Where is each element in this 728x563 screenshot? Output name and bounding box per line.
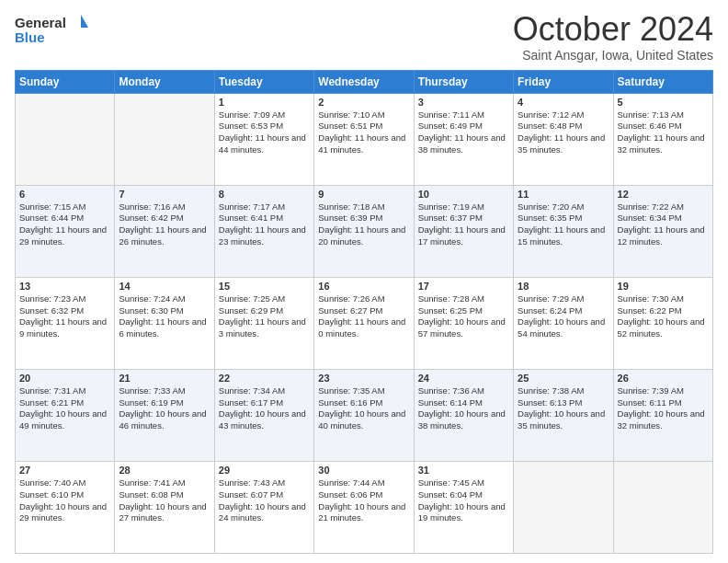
day-detail: Sunrise: 7:18 AMSunset: 6:39 PMDaylight:…	[318, 201, 405, 247]
calendar-day-cell: 3 Sunrise: 7:11 AMSunset: 6:49 PMDayligh…	[414, 93, 513, 185]
day-detail: Sunrise: 7:38 AMSunset: 6:13 PMDaylight:…	[518, 385, 605, 431]
day-detail: Sunrise: 7:41 AMSunset: 6:08 PMDaylight:…	[119, 477, 206, 523]
weekday-header: Thursday	[414, 70, 513, 93]
day-number: 14	[119, 281, 210, 292]
calendar-day-cell: 19 Sunrise: 7:30 AMSunset: 6:22 PMDaylig…	[613, 277, 712, 369]
calendar-day-cell: 28 Sunrise: 7:41 AMSunset: 6:08 PMDaylig…	[115, 461, 214, 553]
day-number: 20	[19, 373, 110, 384]
weekday-header: Saturday	[613, 70, 712, 93]
calendar-day-cell	[115, 93, 214, 185]
header: General Blue October 2024 Saint Ansgar, …	[15, 11, 713, 63]
calendar-day-cell: 8 Sunrise: 7:17 AMSunset: 6:41 PMDayligh…	[214, 185, 313, 277]
day-detail: Sunrise: 7:26 AMSunset: 6:27 PMDaylight:…	[318, 293, 405, 339]
calendar-day-cell: 10 Sunrise: 7:19 AMSunset: 6:37 PMDaylig…	[414, 185, 513, 277]
day-number: 5	[618, 97, 709, 108]
weekday-header: Wednesday	[314, 70, 414, 93]
title-block: October 2024 Saint Ansgar, Iowa, United …	[513, 11, 713, 63]
day-number: 21	[119, 373, 210, 384]
calendar-day-cell: 5 Sunrise: 7:13 AMSunset: 6:46 PMDayligh…	[613, 93, 712, 185]
calendar-week-row: 27 Sunrise: 7:40 AMSunset: 6:10 PMDaylig…	[16, 461, 713, 553]
day-detail: Sunrise: 7:15 AMSunset: 6:44 PMDaylight:…	[19, 201, 107, 247]
day-number: 11	[518, 189, 609, 200]
calendar-day-cell: 20 Sunrise: 7:31 AMSunset: 6:21 PMDaylig…	[16, 369, 115, 461]
calendar-day-cell: 11 Sunrise: 7:20 AMSunset: 6:35 PMDaylig…	[514, 185, 613, 277]
day-number: 26	[618, 373, 709, 384]
page: General Blue October 2024 Saint Ansgar, …	[0, 0, 728, 563]
logo: General Blue	[15, 11, 88, 52]
day-number: 13	[19, 281, 110, 292]
calendar-week-row: 13 Sunrise: 7:23 AMSunset: 6:32 PMDaylig…	[16, 277, 713, 369]
calendar-day-cell: 22 Sunrise: 7:34 AMSunset: 6:17 PMDaylig…	[214, 369, 313, 461]
day-number: 22	[219, 373, 310, 384]
calendar-day-cell: 15 Sunrise: 7:25 AMSunset: 6:29 PMDaylig…	[214, 277, 313, 369]
calendar-body: 1 Sunrise: 7:09 AMSunset: 6:53 PMDayligh…	[16, 93, 713, 553]
day-detail: Sunrise: 7:36 AMSunset: 6:14 PMDaylight:…	[418, 385, 506, 431]
day-number: 30	[318, 465, 409, 476]
day-number: 6	[19, 189, 110, 200]
day-number: 1	[219, 97, 310, 108]
day-detail: Sunrise: 7:10 AMSunset: 6:51 PMDaylight:…	[318, 109, 405, 155]
day-number: 18	[518, 281, 609, 292]
subtitle: Saint Ansgar, Iowa, United States	[513, 48, 713, 63]
day-detail: Sunrise: 7:28 AMSunset: 6:25 PMDaylight:…	[418, 293, 506, 339]
day-detail: Sunrise: 7:40 AMSunset: 6:10 PMDaylight:…	[19, 477, 107, 523]
calendar-day-cell: 27 Sunrise: 7:40 AMSunset: 6:10 PMDaylig…	[16, 461, 115, 553]
day-number: 31	[418, 465, 509, 476]
day-detail: Sunrise: 7:34 AMSunset: 6:17 PMDaylight:…	[219, 385, 306, 431]
calendar-day-cell: 2 Sunrise: 7:10 AMSunset: 6:51 PMDayligh…	[314, 93, 414, 185]
day-detail: Sunrise: 7:09 AMSunset: 6:53 PMDaylight:…	[219, 109, 306, 155]
day-detail: Sunrise: 7:19 AMSunset: 6:37 PMDaylight:…	[418, 201, 506, 247]
day-number: 24	[418, 373, 509, 384]
calendar-day-cell: 29 Sunrise: 7:43 AMSunset: 6:07 PMDaylig…	[214, 461, 313, 553]
weekday-header: Tuesday	[214, 70, 313, 93]
svg-text:General: General	[15, 15, 66, 30]
day-number: 12	[618, 189, 709, 200]
day-detail: Sunrise: 7:23 AMSunset: 6:32 PMDaylight:…	[19, 293, 107, 339]
day-number: 15	[219, 281, 310, 292]
calendar-day-cell: 24 Sunrise: 7:36 AMSunset: 6:14 PMDaylig…	[414, 369, 513, 461]
day-number: 8	[219, 189, 310, 200]
day-number: 25	[518, 373, 609, 384]
calendar-day-cell	[613, 461, 712, 553]
calendar-day-cell: 4 Sunrise: 7:12 AMSunset: 6:48 PMDayligh…	[514, 93, 613, 185]
day-number: 19	[618, 281, 709, 292]
day-detail: Sunrise: 7:29 AMSunset: 6:24 PMDaylight:…	[518, 293, 605, 339]
day-detail: Sunrise: 7:24 AMSunset: 6:30 PMDaylight:…	[119, 293, 206, 339]
day-number: 17	[418, 281, 509, 292]
calendar-day-cell: 14 Sunrise: 7:24 AMSunset: 6:30 PMDaylig…	[115, 277, 214, 369]
day-number: 4	[518, 97, 609, 108]
day-detail: Sunrise: 7:22 AMSunset: 6:34 PMDaylight:…	[618, 201, 705, 247]
calendar-day-cell: 16 Sunrise: 7:26 AMSunset: 6:27 PMDaylig…	[314, 277, 414, 369]
calendar-week-row: 20 Sunrise: 7:31 AMSunset: 6:21 PMDaylig…	[16, 369, 713, 461]
day-detail: Sunrise: 7:20 AMSunset: 6:35 PMDaylight:…	[518, 201, 605, 247]
day-number: 27	[19, 465, 110, 476]
day-detail: Sunrise: 7:33 AMSunset: 6:19 PMDaylight:…	[119, 385, 206, 431]
day-number: 9	[318, 189, 409, 200]
day-number: 16	[318, 281, 409, 292]
day-detail: Sunrise: 7:11 AMSunset: 6:49 PMDaylight:…	[418, 109, 506, 155]
calendar-day-cell	[16, 93, 115, 185]
day-number: 3	[418, 97, 509, 108]
day-detail: Sunrise: 7:35 AMSunset: 6:16 PMDaylight:…	[318, 385, 405, 431]
weekday-header: Monday	[115, 70, 214, 93]
svg-text:Blue: Blue	[15, 29, 45, 45]
calendar-day-cell: 1 Sunrise: 7:09 AMSunset: 6:53 PMDayligh…	[214, 93, 313, 185]
calendar-day-cell: 7 Sunrise: 7:16 AMSunset: 6:42 PMDayligh…	[115, 185, 214, 277]
day-number: 2	[318, 97, 409, 108]
calendar-day-cell: 25 Sunrise: 7:38 AMSunset: 6:13 PMDaylig…	[514, 369, 613, 461]
calendar-day-cell	[514, 461, 613, 553]
weekday-header-row: SundayMondayTuesdayWednesdayThursdayFrid…	[16, 70, 713, 93]
svg-marker-2	[81, 15, 88, 28]
calendar-day-cell: 6 Sunrise: 7:15 AMSunset: 6:44 PMDayligh…	[16, 185, 115, 277]
calendar-week-row: 1 Sunrise: 7:09 AMSunset: 6:53 PMDayligh…	[16, 93, 713, 185]
day-detail: Sunrise: 7:44 AMSunset: 6:06 PMDaylight:…	[318, 477, 405, 523]
day-detail: Sunrise: 7:43 AMSunset: 6:07 PMDaylight:…	[219, 477, 306, 523]
day-number: 28	[119, 465, 210, 476]
day-detail: Sunrise: 7:12 AMSunset: 6:48 PMDaylight:…	[518, 109, 605, 155]
calendar-day-cell: 31 Sunrise: 7:45 AMSunset: 6:04 PMDaylig…	[414, 461, 513, 553]
day-detail: Sunrise: 7:31 AMSunset: 6:21 PMDaylight:…	[19, 385, 107, 431]
calendar-day-cell: 26 Sunrise: 7:39 AMSunset: 6:11 PMDaylig…	[613, 369, 712, 461]
calendar-day-cell: 12 Sunrise: 7:22 AMSunset: 6:34 PMDaylig…	[613, 185, 712, 277]
calendar-week-row: 6 Sunrise: 7:15 AMSunset: 6:44 PMDayligh…	[16, 185, 713, 277]
day-detail: Sunrise: 7:30 AMSunset: 6:22 PMDaylight:…	[618, 293, 705, 339]
